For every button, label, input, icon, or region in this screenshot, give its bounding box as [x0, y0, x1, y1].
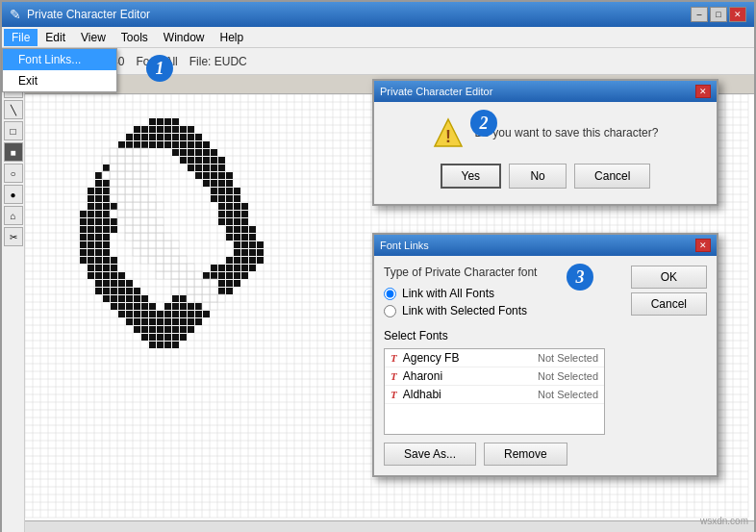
- save-yes-button[interactable]: Yes: [441, 164, 502, 189]
- file-dropdown-menu: Font Links... Exit: [2, 48, 117, 92]
- font-status-aharoni: Not Selected: [538, 370, 598, 382]
- font-links-dialog: Font Links ✕ OK Cancel Type of Private C…: [372, 233, 718, 477]
- save-as-button[interactable]: Save As...: [384, 443, 476, 466]
- font-icon-aldhabi: T: [391, 389, 397, 400]
- font-links-ok-button[interactable]: OK: [631, 266, 707, 289]
- menu-file[interactable]: File: [4, 29, 38, 46]
- svg-text:!: !: [445, 127, 451, 146]
- badge-3: 3: [567, 264, 593, 291]
- menu-edit[interactable]: Edit: [38, 29, 73, 46]
- tool-ellipse-outline[interactable]: ○: [4, 164, 23, 183]
- font-links-content: OK Cancel Type of Private Character font…: [374, 256, 717, 475]
- save-dialog-close[interactable]: ✕: [695, 85, 711, 98]
- close-button[interactable]: ✕: [729, 7, 746, 22]
- font-icon-agency: T: [391, 352, 397, 364]
- tool-eraser[interactable]: ⌂: [4, 206, 23, 225]
- fonts-list[interactable]: T Agency FB Not Selected T Aharoni Not S…: [384, 348, 605, 435]
- font-links-ok-cancel: OK Cancel: [631, 266, 707, 316]
- save-dialog-buttons: Yes No Cancel: [441, 164, 651, 189]
- badge-1: 1: [146, 55, 173, 82]
- horizontal-scrollbar[interactable]: [25, 520, 754, 532]
- select-fonts-label: Select Fonts: [384, 329, 707, 342]
- save-no-button[interactable]: No: [509, 164, 567, 189]
- font-icon-aharoni: T: [391, 370, 397, 382]
- font-links-cancel-button[interactable]: Cancel: [631, 292, 707, 316]
- save-dialog-row: ! Do you want to save this character?: [433, 117, 659, 148]
- title-bar-controls: – □ ✕: [691, 7, 746, 22]
- file-label: File: EUDC: [189, 55, 247, 68]
- save-dialog-title: Private Character Editor: [380, 86, 492, 97]
- maximize-button[interactable]: □: [710, 7, 727, 22]
- font-links-footer-buttons: Save As... Remove: [384, 443, 707, 466]
- font-links-close[interactable]: ✕: [695, 239, 711, 252]
- menu-window[interactable]: Window: [156, 29, 213, 46]
- main-window: ✎ Private Character Editor – □ ✕ File Ed…: [0, 0, 756, 532]
- font-status-agency: Not Selected: [538, 352, 598, 364]
- menu-exit[interactable]: Exit: [3, 70, 116, 91]
- save-dialog-content: ! Do you want to save this character? Ye…: [374, 102, 717, 204]
- tool-pencil[interactable]: ╲: [4, 100, 23, 119]
- save-cancel-button[interactable]: Cancel: [574, 164, 650, 189]
- font-name-aharoni: Aharoni: [403, 369, 532, 383]
- tool-ellipse-fill[interactable]: ●: [4, 185, 23, 204]
- font-links-title-bar: Font Links ✕: [374, 235, 717, 256]
- warning-icon: !: [433, 117, 464, 148]
- menu-help[interactable]: Help: [213, 29, 252, 46]
- remove-button[interactable]: Remove: [484, 443, 567, 466]
- menu-font-links[interactable]: Font Links...: [3, 49, 116, 70]
- font-row-aldhabi: T Aldhabi Not Selected: [385, 386, 604, 404]
- menu-bar: File Edit View Tools Window Help: [2, 27, 754, 48]
- title-bar: ✎ Private Character Editor – □ ✕: [2, 2, 754, 27]
- font-status-aldhabi: Not Selected: [538, 389, 598, 400]
- window-title: Private Character Editor: [27, 8, 150, 21]
- minimize-button[interactable]: –: [691, 7, 708, 22]
- font-links-title: Font Links: [380, 240, 429, 251]
- font-row-agency: T Agency FB Not Selected: [385, 349, 604, 367]
- font-name-agency: Agency FB: [403, 351, 532, 365]
- watermark: wsxdn.com: [700, 516, 748, 526]
- menu-view[interactable]: View: [73, 29, 113, 46]
- font-row-aharoni: T Aharoni Not Selected: [385, 367, 604, 386]
- save-dialog: Private Character Editor ✕ ! Do you want…: [372, 79, 718, 206]
- tool-cut[interactable]: ✂: [4, 227, 23, 246]
- font-name-aldhabi: Aldhabi: [403, 388, 532, 401]
- menu-tools[interactable]: Tools: [113, 29, 156, 46]
- tool-rect-outline[interactable]: □: [4, 121, 23, 140]
- save-dialog-title-bar: Private Character Editor ✕: [374, 81, 717, 102]
- tool-rect-fill[interactable]: ■: [4, 142, 23, 162]
- save-dialog-message: Do you want to save this character?: [475, 126, 659, 139]
- badge-2: 2: [470, 110, 497, 137]
- left-toolbar: ✎ ╲ □ ■ ○ ● ⌂ ✂: [2, 75, 25, 532]
